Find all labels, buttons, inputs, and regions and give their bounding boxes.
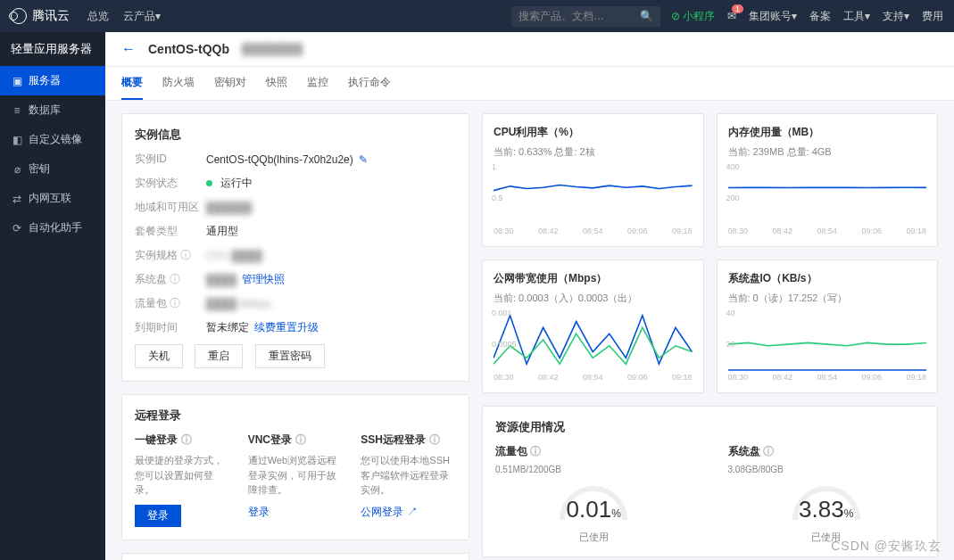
login-action[interactable]: 登录 (248, 506, 270, 518)
sidebar-item-0[interactable]: ▣服务器 (0, 66, 105, 95)
network-card: 网络信息 IP地址 ⓘ████████防火墙 管理规则DDoS防护 ⓘ 查看详情… (121, 553, 469, 561)
login-col-title: SSH远程登录 ⓘ (361, 432, 456, 448)
instance-title: 实例信息 (135, 127, 456, 143)
tab-0[interactable]: 概要 (121, 67, 143, 100)
page-subtitle: ████████ (242, 43, 303, 55)
sidebar-item-3[interactable]: ⌀密钥 (0, 154, 105, 184)
tab-5[interactable]: 执行命令 (348, 67, 391, 100)
info-label: 实例规格 ⓘ (135, 248, 206, 263)
info-value: 暂未绑定 续费重置升级 (206, 320, 319, 335)
login-action[interactable]: 公网登录 ↗ (361, 506, 417, 518)
info-value: ██████ (206, 202, 252, 214)
sidebar-item-4[interactable]: ⇄内网互联 (0, 184, 105, 213)
sidebar-item-2[interactable]: ◧自定义镜像 (0, 125, 105, 154)
info-value: 运行中 (206, 176, 253, 191)
info-label: 套餐类型 (135, 224, 206, 239)
cpu-chart: CPU利用率（%） 当前: 0.633% 总量: 2核 1 0.5 08:300… (482, 113, 704, 247)
login-desc: 最便捷的登录方式，您可以设置如何登录。 (135, 453, 230, 498)
sidebar-label: 数据库 (29, 103, 61, 118)
chart-title: CPU利用率（%） (494, 125, 693, 140)
info-label: 实例ID (135, 152, 206, 167)
chart-meta: 当前: 0（读）17.252（写） (728, 292, 927, 305)
info-label: 流量包 ⓘ (135, 296, 206, 311)
login-card: 远程登录 一键登录 ⓘ最便捷的登录方式，您可以设置如何登录。登录VNC登录 ⓘ通… (121, 394, 469, 540)
sidebar-item-5[interactable]: ⟳自动化助手 (0, 213, 105, 243)
miniprogram-link[interactable]: ⊘小程序 (671, 9, 715, 24)
restart-button[interactable]: 重启 (195, 344, 243, 368)
mem-chart: 内存使用量（MB） 当前: 239MB 总量: 4GB 400 200 08:3… (717, 113, 939, 247)
login-action[interactable]: 登录 (135, 505, 181, 527)
row-link[interactable]: 管理快照 (242, 272, 285, 287)
sidebar-icon: ▣ (11, 75, 23, 87)
usage-col-title: 流量包 ⓘ (495, 444, 693, 459)
sidebar-label: 自定义镜像 (29, 132, 82, 147)
chart-title: 公网带宽使用（Mbps） (494, 271, 693, 286)
sidebar-label: 内网互联 (29, 191, 71, 206)
sidebar-label: 密钥 (29, 161, 50, 177)
tab-3[interactable]: 快照 (266, 67, 287, 100)
info-value: 通用型 (206, 224, 238, 239)
sidebar-icon: ≡ (11, 104, 23, 117)
row-link[interactable]: 续费重置升级 (254, 320, 319, 335)
login-col-title: 一键登录 ⓘ (135, 432, 230, 448)
sidebar-title: 轻量应用服务器 (0, 32, 105, 66)
nav-fee[interactable]: 费用 (922, 9, 943, 24)
info-icon: ⓘ (295, 432, 306, 448)
search-placeholder: 搜索产品、文档… (518, 9, 604, 24)
edit-icon[interactable]: ✎ (359, 153, 368, 166)
usage-title: 资源使用情况 (495, 419, 925, 435)
login-col-title: VNC登录 ⓘ (248, 432, 344, 448)
info-icon: ⓘ (180, 249, 191, 261)
nav-overview[interactable]: 总览 (87, 9, 109, 24)
info-label: 实例状态 (135, 176, 206, 191)
nav-products[interactable]: 云产品▾ (123, 9, 161, 24)
nav-group[interactable]: 集团账号▾ (749, 9, 797, 24)
login-desc: 您可以使用本地SSH客户端软件远程登录实例。 (361, 453, 456, 498)
bw-chart: 公网带宽使用（Mbps） 当前: 0.0003（入）0.0003（出） 0.00… (482, 259, 704, 393)
shutdown-button[interactable]: 关机 (135, 344, 183, 368)
usage-col-title: 系统盘 ⓘ (728, 444, 925, 459)
instance-card: 实例信息 实例IDCentOS-tQQb(lhins-7x0h2u2e) ✎实例… (121, 113, 469, 382)
sidebar-label: 服务器 (29, 73, 61, 88)
tab-4[interactable]: 监控 (307, 67, 328, 100)
sidebar-item-1[interactable]: ≡数据库 (0, 95, 105, 125)
usage-sub: 3.08GB/80GB (728, 465, 925, 474)
tab-1[interactable]: 防火墙 (162, 67, 195, 100)
nav-beian[interactable]: 备案 (809, 9, 831, 24)
io-chart: 系统盘IO（KB/s） 当前: 0（读）17.252（写） 40 20 08:3… (717, 259, 939, 393)
usage-card: 资源使用情况 流量包 ⓘ 0.51MB/1200GB 0.01% 已使用系统盘 … (482, 406, 938, 557)
info-value: ████ 管理快照 (206, 272, 285, 287)
sidebar-icon: ⇄ (11, 193, 23, 205)
info-label: 到期时间 (135, 320, 206, 335)
page-title: CentOS-tQQb (148, 42, 229, 56)
search-icon: 🔍 (640, 10, 653, 22)
sidebar-label: 自动化助手 (29, 220, 82, 235)
logo[interactable]: 腾讯云 (11, 8, 70, 24)
chart-meta: 当前: 239MB 总量: 4GB (728, 145, 927, 159)
info-icon: ⓘ (429, 432, 440, 448)
chart-title: 内存使用量（MB） (728, 125, 927, 140)
info-icon: ⓘ (181, 432, 192, 448)
info-value: ████ 8Mbps (206, 298, 271, 310)
search-input[interactable]: 搜索产品、文档… 🔍 (511, 6, 660, 27)
cloud-icon (11, 8, 27, 24)
usage-foot: 已使用 (811, 531, 841, 544)
login-title: 远程登录 (135, 408, 456, 424)
info-value: CPU:████ (206, 250, 262, 262)
chart-meta: 当前: 0.0003（入）0.0003（出） (494, 292, 693, 305)
info-value: CentOS-tQQb(lhins-7x0h2u2e) ✎ (206, 153, 368, 166)
nav-tools[interactable]: 工具▾ (843, 9, 870, 24)
brand-text: 腾讯云 (32, 8, 70, 24)
sidebar-icon: ⟳ (11, 222, 23, 235)
login-desc: 通过Web浏览器远程登录实例，可用于故障排查。 (248, 453, 344, 498)
usage-foot: 已使用 (579, 531, 609, 544)
back-button[interactable]: ← (121, 41, 136, 57)
info-icon: ⓘ (170, 273, 180, 285)
chart-meta: 当前: 0.633% 总量: 2核 (494, 145, 693, 159)
info-label: 地域和可用区 (135, 200, 206, 215)
tab-2[interactable]: 密钥对 (214, 67, 246, 100)
nav-support[interactable]: 支持▾ (883, 9, 909, 24)
sidebar-icon: ◧ (11, 134, 23, 146)
reset-pwd-button[interactable]: 重置密码 (255, 344, 325, 368)
msg-icon[interactable]: ✉ (727, 10, 736, 22)
